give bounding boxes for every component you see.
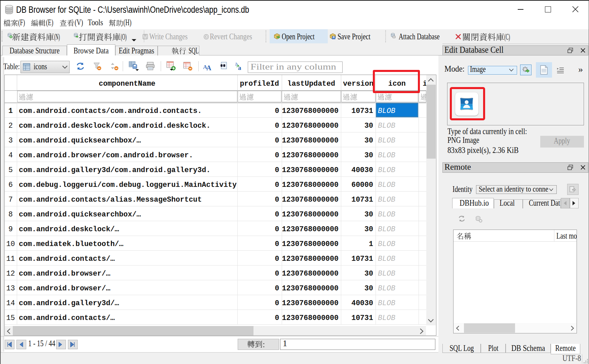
svg-text:A: A [206,64,211,71]
svg-text:b: b [235,62,238,67]
